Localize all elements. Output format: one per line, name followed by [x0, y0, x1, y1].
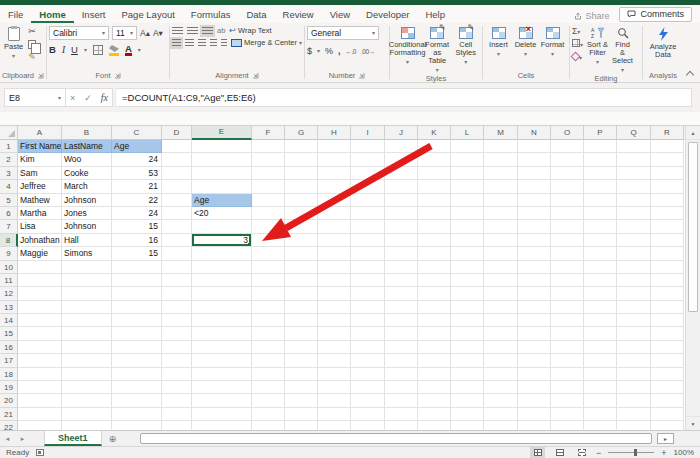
cell-B2[interactable]: Woo [62, 153, 112, 166]
cell-K4[interactable] [418, 180, 451, 193]
cell-H1[interactable] [318, 140, 351, 153]
cell-O5[interactable] [551, 194, 584, 207]
cell-O10[interactable] [551, 261, 584, 274]
cell-O21[interactable] [551, 408, 584, 421]
cell-C10[interactable] [112, 261, 162, 274]
insert-cells-button[interactable]: Insert ▾ [485, 26, 512, 58]
cell-Q5[interactable] [617, 194, 651, 207]
cell-C8[interactable]: 16 [112, 234, 162, 247]
cell-B19[interactable] [62, 381, 112, 394]
cell-R11[interactable] [651, 274, 684, 287]
cell-M1[interactable] [484, 140, 518, 153]
cell-R9[interactable] [651, 247, 684, 260]
cell-R18[interactable] [651, 368, 684, 381]
cell-H6[interactable] [318, 207, 351, 220]
cell-F20[interactable] [252, 394, 285, 407]
cell-G8[interactable] [285, 234, 318, 247]
cell-O17[interactable] [551, 354, 584, 367]
cell-I20[interactable] [351, 394, 385, 407]
scroll-up-button[interactable]: ▲ [686, 126, 700, 140]
cell-C4[interactable]: 21 [112, 180, 162, 193]
cell-J13[interactable] [385, 301, 418, 314]
cell-E10[interactable] [192, 261, 252, 274]
cell-M16[interactable] [484, 341, 518, 354]
cell-F17[interactable] [252, 354, 285, 367]
cell-N11[interactable] [518, 274, 551, 287]
cell-H16[interactable] [318, 341, 351, 354]
dialog-launcher-icon[interactable] [37, 72, 44, 79]
scroll-down-button[interactable]: ▼ [686, 416, 700, 430]
cell-J20[interactable] [385, 394, 418, 407]
column-header-H[interactable]: H [318, 126, 351, 140]
cell-J19[interactable] [385, 381, 418, 394]
clear-button[interactable]: ▾ [572, 52, 583, 63]
cell-M5[interactable] [484, 194, 518, 207]
zoom-out-button[interactable]: − [596, 448, 601, 458]
format-cells-button[interactable]: Format ▾ [539, 26, 566, 58]
cell-A4[interactable]: Jeffree [18, 180, 62, 193]
cell-Q6[interactable] [617, 207, 651, 220]
cell-I16[interactable] [351, 341, 385, 354]
column-header-F[interactable]: F [252, 126, 285, 140]
cell-K13[interactable] [418, 301, 451, 314]
cell-D13[interactable] [162, 301, 192, 314]
cell-A3[interactable]: Sam [18, 167, 62, 180]
cell-I9[interactable] [351, 247, 385, 260]
cell-B9[interactable]: Simons [62, 247, 112, 260]
cell-J9[interactable] [385, 247, 418, 260]
cell-P22[interactable] [584, 421, 617, 430]
cell-Q11[interactable] [617, 274, 651, 287]
cell-P21[interactable] [584, 408, 617, 421]
cell-Q7[interactable] [617, 220, 651, 233]
number-format-select[interactable]: General▾ [307, 26, 379, 40]
row-header-18[interactable]: 18 [0, 368, 18, 381]
cell-D11[interactable] [162, 274, 192, 287]
cell-L1[interactable] [451, 140, 484, 153]
cell-H7[interactable] [318, 220, 351, 233]
vertical-scrollbar[interactable]: ▲ ▼ [685, 126, 700, 430]
cell-J10[interactable] [385, 261, 418, 274]
cell-C9[interactable]: 15 [112, 247, 162, 260]
cell-F7[interactable] [252, 220, 285, 233]
row-header-12[interactable]: 12 [0, 287, 18, 300]
borders-button[interactable] [93, 45, 103, 55]
cell-L7[interactable] [451, 220, 484, 233]
normal-view-button[interactable] [530, 447, 545, 458]
cell-N13[interactable] [518, 301, 551, 314]
cell-J6[interactable] [385, 207, 418, 220]
cell-P17[interactable] [584, 354, 617, 367]
cell-R5[interactable] [651, 194, 684, 207]
accounting-format-button[interactable]: $ [307, 46, 312, 56]
cell-M10[interactable] [484, 261, 518, 274]
row-header-21[interactable]: 21 [0, 408, 18, 421]
row-header-11[interactable]: 11 [0, 274, 18, 287]
cell-Q3[interactable] [617, 167, 651, 180]
cell-P11[interactable] [584, 274, 617, 287]
cell-F4[interactable] [252, 180, 285, 193]
cell-I21[interactable] [351, 408, 385, 421]
cell-O2[interactable] [551, 153, 584, 166]
underline-button[interactable]: U [71, 44, 78, 55]
cell-G18[interactable] [285, 368, 318, 381]
cell-E3[interactable] [192, 167, 252, 180]
column-header-K[interactable]: K [418, 126, 451, 140]
share-button[interactable]: Share [574, 11, 609, 21]
comments-button[interactable]: Comments [619, 7, 692, 22]
cell-R2[interactable] [651, 153, 684, 166]
paste-button[interactable]: Paste ▾ [2, 26, 25, 60]
cell-G1[interactable] [285, 140, 318, 153]
cell-F15[interactable] [252, 327, 285, 340]
row-header-9[interactable]: 9 [0, 247, 18, 260]
column-header-M[interactable]: M [484, 126, 518, 140]
cell-F18[interactable] [252, 368, 285, 381]
cell-R20[interactable] [651, 394, 684, 407]
cell-K18[interactable] [418, 368, 451, 381]
cell-P4[interactable] [584, 180, 617, 193]
cell-J16[interactable] [385, 341, 418, 354]
cell-J11[interactable] [385, 274, 418, 287]
ribbon-tab-formulas[interactable]: Formulas [183, 7, 239, 23]
font-color-button[interactable]: A▴A [125, 44, 132, 56]
cell-N9[interactable] [518, 247, 551, 260]
cell-E18[interactable] [192, 368, 252, 381]
cell-P7[interactable] [584, 220, 617, 233]
